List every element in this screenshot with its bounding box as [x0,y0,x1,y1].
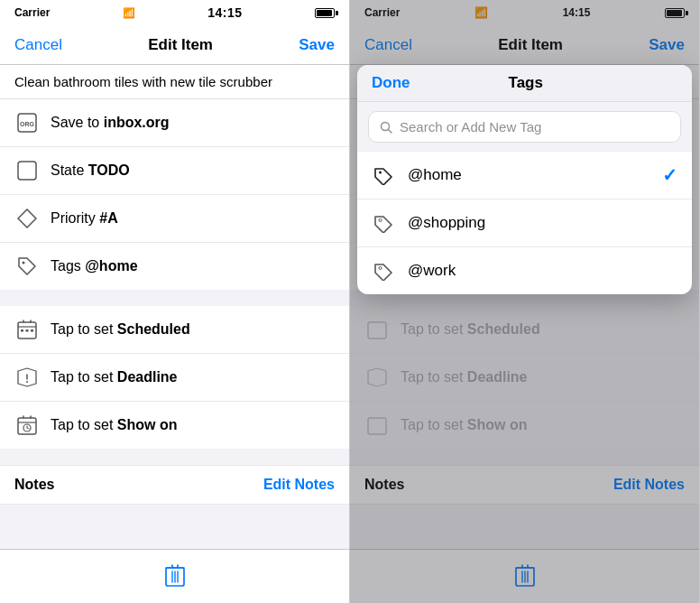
tags-modal: Done Tags Search or Add New Tag [357,65,692,294]
left-section-gap-1 [0,290,349,306]
svg-point-37 [379,267,382,270]
left-priority-row[interactable]: Priority #A [0,195,349,243]
modal-header: Done Tags [357,65,692,102]
left-notes-section: Notes Edit Notes [0,465,349,505]
left-showon-row[interactable]: Tap to set Show on [0,402,349,449]
left-trash-icon[interactable] [165,563,185,590]
left-notes-label: Notes [14,477,54,493]
left-scheduled-row[interactable]: Tap to set Scheduled [0,306,349,354]
left-status-bar: Carrier 📶 14:15 [0,0,349,25]
left-save-to-text: Save to inbox.org [51,115,170,131]
calendar-grid-icon [14,317,40,342]
tag-work-icon [372,259,395,283]
left-save-button[interactable]: Save [299,36,335,54]
left-cancel-button[interactable]: Cancel [14,36,62,54]
svg-line-34 [389,129,392,133]
svg-point-36 [379,219,382,222]
left-section-gap-2 [0,449,349,465]
left-deadline-row[interactable]: Tap to set Deadline [0,354,349,402]
svg-rect-9 [21,329,23,332]
tag-home-checkmark: ✓ [662,164,677,186]
left-nav-bar: Cancel Edit Item Save [0,25,349,65]
tag-item-home[interactable]: @home ✓ [357,152,692,199]
left-carrier: Carrier [14,6,50,19]
tag-shopping-icon [372,211,395,235]
tag-list: @home ✓ @shopping [357,152,692,294]
left-item-title: Clean bathroom tiles with new tile scrub… [0,65,349,99]
left-state-row[interactable]: State TODO [0,147,349,195]
tag-search-field[interactable]: Search or Add New Tag [368,111,681,143]
left-battery [315,8,335,18]
tag-home-icon [372,163,395,187]
org-icon: ORG [14,110,40,135]
tag-icon [14,254,40,279]
left-priority-text: Priority #A [51,210,118,227]
svg-rect-10 [26,329,29,332]
left-phone-panel: Carrier 📶 14:15 Cancel Edit Item Save Cl… [0,0,350,603]
tag-work-name: @work [408,262,677,280]
left-nav-title: Edit Item [148,36,213,54]
checkbox-icon [14,158,40,183]
left-time: 14:15 [207,5,242,20]
calendar-warning-icon [14,365,40,390]
svg-rect-2 [18,162,36,180]
diamond-icon [14,206,40,231]
calendar-clock-icon [14,413,40,438]
search-icon [380,121,392,134]
right-phone-panel: Carrier 📶 14:15 Cancel Edit Item Save Cl… [350,0,700,603]
left-schedule-rows: Tap to set Scheduled Tap to set Deadline [0,306,349,449]
left-bottom-toolbar [0,549,349,603]
tag-shopping-name: @shopping [408,214,677,232]
left-main-rows: ORG Save to inbox.org State TODO [0,99,349,290]
modal-title: Tags [509,74,543,92]
left-edit-notes-button[interactable]: Edit Notes [263,477,335,493]
left-wifi-icon: 📶 [123,7,135,19]
left-showon-text: Tap to set Show on [51,417,177,433]
tag-item-work[interactable]: @work [357,247,692,294]
svg-text:ORG: ORG [20,121,35,127]
svg-marker-3 [18,209,36,227]
tag-home-name: @home [408,166,649,184]
svg-point-35 [379,172,382,174]
svg-point-13 [26,381,28,383]
left-save-to-row[interactable]: ORG Save to inbox.org [0,99,349,147]
left-scheduled-text: Tap to set Scheduled [51,321,190,338]
search-placeholder: Search or Add New Tag [400,119,541,135]
left-tags-text: Tags @home [51,258,138,274]
left-state-text: State TODO [51,162,130,179]
left-deadline-text: Tap to set Deadline [51,369,178,385]
modal-done-button[interactable]: Done [372,74,410,92]
modal-search-wrap: Search or Add New Tag [357,102,692,152]
svg-rect-11 [31,329,33,332]
svg-point-4 [23,262,25,264]
tag-item-shopping[interactable]: @shopping [357,199,692,247]
left-tags-row[interactable]: Tags @home [0,243,349,290]
